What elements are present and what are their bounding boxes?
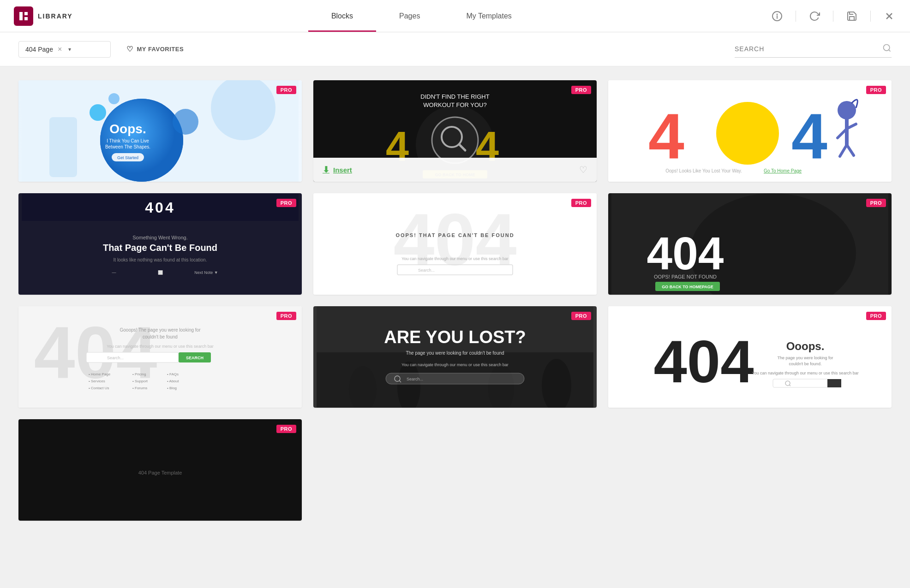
thumbnail-svg: ARE YOU LOST? The page you were looking …	[313, 306, 597, 408]
tab-pages[interactable]: Pages	[376, 0, 443, 32]
pro-badge: PRO	[571, 199, 591, 207]
tab-my-templates[interactable]: My Templates	[443, 0, 534, 32]
svg-text:• About: • About	[167, 379, 179, 383]
svg-point-17	[90, 104, 106, 121]
svg-text:Search...: Search...	[418, 268, 435, 273]
svg-text:OOPS! THAT PAGE CAN'T BE FOUND: OOPS! THAT PAGE CAN'T BE FOUND	[395, 232, 514, 238]
info-button[interactable]	[770, 9, 784, 23]
svg-text:404: 404	[145, 199, 175, 216]
svg-text:It looks like nothing was foun: It looks like nothing was found at this …	[114, 257, 207, 262]
logo-text: LIBRARY	[38, 12, 73, 20]
thumbnail-svg: 404 Ooops. The page you were looking for…	[608, 306, 892, 408]
svg-rect-9	[49, 117, 77, 177]
pro-badge: PRO	[866, 312, 886, 320]
svg-rect-70	[86, 352, 179, 362]
template-card[interactable]: Oops. I Think You Can Live Between The S…	[18, 80, 302, 182]
category-value: 404 Page	[25, 46, 53, 53]
pro-badge: PRO	[276, 199, 296, 207]
refresh-icon	[809, 11, 820, 22]
category-select[interactable]: 404 Page × ▾	[18, 41, 111, 58]
content-area: Oops. I Think You Can Live Between The S…	[0, 66, 910, 535]
favorites-button[interactable]: ♡ MY FAVORITES	[120, 41, 190, 57]
svg-text:Gooops! The page you were look: Gooops! The page you were looking for	[120, 327, 201, 333]
card-thumbnail: 4 4 DIDN'T FIND THE RIGHT WORKOUT FOR YO…	[313, 80, 597, 182]
thumbnail-svg: 4 0 4 Oops! Looks Like You Lost Your Way…	[608, 80, 892, 182]
svg-text:You can navigate through our m: You can navigate through our menu or use…	[401, 256, 508, 261]
svg-point-36	[838, 101, 856, 119]
svg-text:Ooops.: Ooops.	[786, 340, 825, 352]
pro-badge: PRO	[866, 86, 886, 94]
divider-2	[833, 11, 833, 22]
pro-badge: PRO	[276, 86, 296, 94]
search-icon[interactable]	[882, 43, 892, 54]
tab-blocks[interactable]: Blocks	[308, 0, 376, 32]
insert-button[interactable]: ⬇ Insert	[323, 165, 352, 175]
svg-point-19	[108, 93, 120, 104]
card-thumbnail: 404 OOPS! PAGE NOT FOUND GO BACK TO HOME…	[608, 193, 892, 295]
card-thumbnail: 404 Gooops! The page you were looking fo…	[18, 306, 302, 408]
save-icon	[846, 11, 857, 22]
insert-icon: ⬇	[323, 165, 329, 175]
svg-text:You can navigate through our m: You can navigate through our menu or use…	[107, 344, 213, 349]
svg-text:Search...: Search...	[107, 356, 124, 360]
close-button[interactable]	[882, 9, 896, 23]
template-grid: Oops. I Think You Can Live Between The S…	[0, 66, 910, 535]
category-dropdown-arrow-icon: ▾	[68, 46, 71, 53]
svg-text:ARE YOU LOST?: ARE YOU LOST?	[384, 327, 526, 347]
template-card[interactable]: 404 Gooops! The page you were looking fo…	[18, 306, 302, 408]
svg-text:You can navigate through our m: You can navigate through our menu or use…	[752, 371, 858, 375]
thumbnail-svg: 404 Gooops! The page you were looking fo…	[18, 306, 302, 408]
svg-text:You can navigate through our m: You can navigate through our menu or use…	[401, 362, 508, 367]
favorites-label: MY FAVORITES	[137, 46, 184, 53]
svg-text:GO BACK TO HOMEPAGE: GO BACK TO HOMEPAGE	[662, 285, 713, 289]
insert-label: Insert	[333, 166, 352, 174]
svg-text:• Pricing: • Pricing	[132, 372, 146, 376]
svg-text:DIDN'T FIND THE RIGHT: DIDN'T FIND THE RIGHT	[420, 93, 489, 100]
template-card[interactable]: 404 OOPS! PAGE NOT FOUND GO BACK TO HOME…	[608, 193, 892, 295]
search-container	[735, 41, 892, 58]
svg-rect-103	[827, 379, 841, 387]
card-overlay: ⬇ Insert ♡	[313, 158, 597, 182]
svg-text:4: 4	[648, 100, 684, 172]
thumbnail-svg: 404 OOPS! THAT PAGE CAN'T BE FOUND You c…	[313, 193, 597, 295]
svg-text:That Page Can't Be Found: That Page Can't Be Found	[103, 243, 217, 253]
svg-text:I Think You Can Live: I Think You Can Live	[107, 138, 149, 143]
card-thumbnail: 4 0 4 Oops! Looks Like You Lost Your Way…	[608, 80, 892, 182]
svg-text:couldn't be found: couldn't be found	[143, 334, 178, 339]
svg-text:• Home Page: • Home Page	[89, 372, 111, 376]
refresh-button[interactable]	[808, 9, 821, 23]
card-thumbnail: 404 Page Template PRO	[18, 419, 302, 521]
svg-text:• Blog: • Blog	[167, 386, 177, 390]
thumbnail-svg: Oops. I Think You Can Live Between The S…	[18, 80, 302, 182]
search-input[interactable]	[735, 45, 882, 53]
template-card[interactable]: 404 Page Template PRO	[18, 419, 302, 521]
svg-text:—: —	[112, 270, 116, 275]
svg-point-24	[432, 117, 478, 163]
svg-text:• Services: • Services	[89, 379, 105, 383]
card-thumbnail: Oops. I Think You Can Live Between The S…	[18, 80, 302, 182]
card-thumbnail: ARE YOU LOST? The page you were looking …	[313, 306, 597, 408]
template-card[interactable]: 4 4 DIDN'T FIND THE RIGHT WORKOUT FOR YO…	[313, 80, 597, 182]
favorite-button[interactable]: ♡	[579, 164, 587, 175]
template-card[interactable]: 4 0 4 Oops! Looks Like You Lost Your Way…	[608, 80, 892, 182]
svg-text:couldn't be found.: couldn't be found.	[789, 362, 822, 366]
svg-text:Something Went Wrong.: Something Went Wrong.	[132, 235, 187, 240]
template-card[interactable]: 404 Ooops. The page you were looking for…	[608, 306, 892, 408]
logo-area: LIBRARY	[0, 6, 87, 26]
svg-text:404: 404	[654, 328, 754, 395]
category-clear-button[interactable]: ×	[58, 45, 62, 53]
template-card[interactable]: 404 Something Went Wrong. That Page Can'…	[18, 193, 302, 295]
svg-line-6	[889, 50, 891, 52]
card-thumbnail: 404 OOPS! THAT PAGE CAN'T BE FOUND You c…	[313, 193, 597, 295]
template-card[interactable]: ARE YOU LOST? The page you were looking …	[313, 306, 597, 408]
pro-badge: PRO	[276, 425, 296, 433]
header: LIBRARY Blocks Pages My Templates	[0, 0, 910, 32]
pro-badge: PRO	[571, 86, 591, 94]
template-card[interactable]: 404 OOPS! THAT PAGE CAN'T BE FOUND You c…	[313, 193, 597, 295]
divider-1	[796, 11, 796, 22]
svg-text:⬜: ⬜	[158, 270, 163, 275]
svg-text:404: 404	[647, 227, 724, 279]
elementor-icon	[18, 11, 29, 22]
save-button[interactable]	[845, 9, 859, 23]
divider-3	[870, 11, 871, 22]
